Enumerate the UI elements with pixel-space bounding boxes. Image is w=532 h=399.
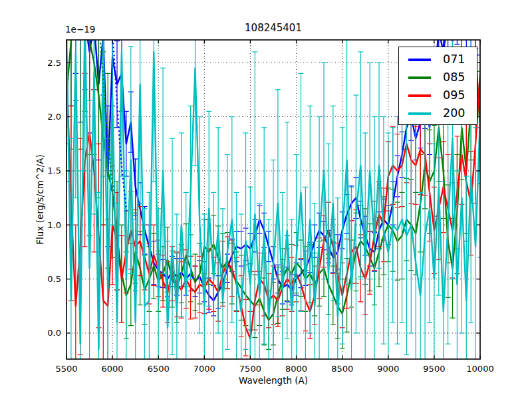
chart-title: 108245401 <box>66 22 480 34</box>
legend-item-label: 200 <box>443 108 465 120</box>
x-tick-label: 6500 <box>148 364 170 374</box>
legend-item-label: 071 <box>443 54 465 66</box>
x-tick-label: 8500 <box>331 364 353 374</box>
x-tick-label: 7000 <box>194 364 215 374</box>
x-tick-label: 8000 <box>285 364 307 374</box>
y-tick-label: 1.0 <box>47 220 61 230</box>
y-tick-label: 1.5 <box>47 166 61 176</box>
legend-item: 095 <box>399 86 477 104</box>
x-tick-label: 10000 <box>466 364 493 374</box>
legend-item: 071 <box>399 51 477 68</box>
legend-item: 200 <box>399 104 477 122</box>
x-axis-label: Wavelength (A) <box>66 375 480 386</box>
x-tick-label: 5500 <box>55 364 77 374</box>
legend-line-swatch <box>408 112 431 115</box>
x-tick-label: 9500 <box>423 364 445 374</box>
legend-item: 085 <box>399 68 477 86</box>
legend-line-swatch <box>408 76 431 79</box>
y-axis-label: Flux (erg/s/cm^2/A) <box>35 154 45 244</box>
y-tick-label: 0.5 <box>47 274 61 284</box>
y-tick-label: 2.0 <box>47 112 61 122</box>
legend-line-swatch <box>408 59 431 61</box>
figure: 5500600065007000750080008500900095001000… <box>0 0 532 399</box>
x-tick-label: 7500 <box>239 364 261 374</box>
legend: 071 085 095 200 <box>398 47 477 125</box>
x-tick-label: 6000 <box>102 364 124 374</box>
x-tick-label: 9000 <box>377 364 399 374</box>
y-tick-label: 2.5 <box>47 58 61 68</box>
legend-item-label: 085 <box>443 72 465 84</box>
legend-line-swatch <box>408 94 431 97</box>
legend-item-label: 095 <box>443 90 465 102</box>
y-axis-offset-text: 1e−19 <box>65 24 95 35</box>
y-tick-label: 0.0 <box>47 328 61 338</box>
